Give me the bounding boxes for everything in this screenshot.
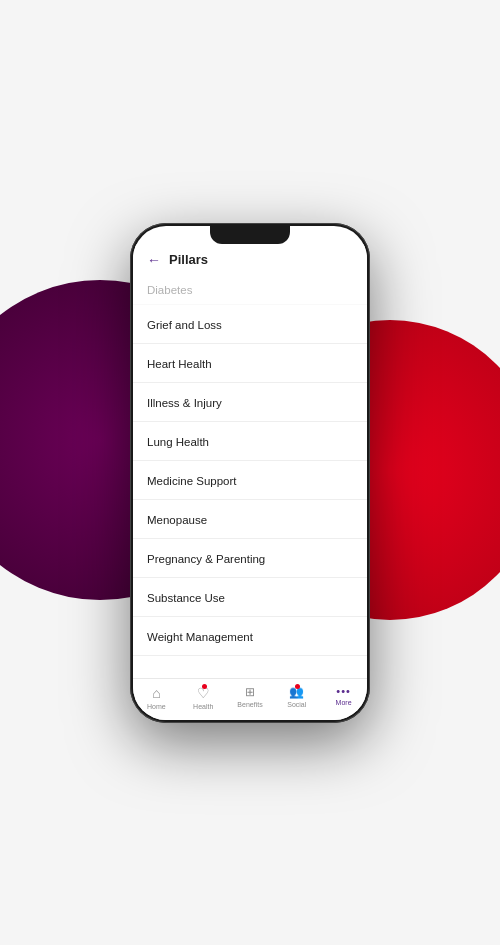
phone-wrapper: ← Pillars Diabetes Grief and Loss Heart … <box>130 223 370 723</box>
nav-label-benefits: Benefits <box>237 701 262 708</box>
item-label: Diabetes <box>147 284 192 296</box>
nav-label-home: Home <box>147 703 166 710</box>
bottom-nav: ⌂ Home ♡ Health ⊞ Benefits 👥 <box>133 678 367 720</box>
nav-label-health: Health <box>193 703 213 710</box>
item-label: Lung Health <box>147 436 209 448</box>
item-label: Heart Health <box>147 358 212 370</box>
more-icon: ••• <box>336 685 351 697</box>
item-label: Weight Management <box>147 631 253 643</box>
item-label: Grief and Loss <box>147 319 222 331</box>
nav-item-more[interactable]: ••• More <box>320 685 367 710</box>
nav-item-home[interactable]: ⌂ Home <box>133 685 180 710</box>
screen-content: ← Pillars Diabetes Grief and Loss Heart … <box>133 226 367 720</box>
item-label: Menopause <box>147 514 207 526</box>
nav-item-benefits[interactable]: ⊞ Benefits <box>227 685 274 710</box>
list-item[interactable]: Grief and Loss <box>133 305 367 344</box>
health-notification-dot <box>202 684 207 689</box>
header: ← Pillars <box>133 244 367 274</box>
phone-notch <box>210 226 290 244</box>
page-title: Pillars <box>169 252 208 267</box>
list-item[interactable]: Pregnancy & Parenting <box>133 539 367 578</box>
list-item[interactable]: Medicine Support <box>133 461 367 500</box>
list-item[interactable]: Weight Management <box>133 617 367 656</box>
list-item[interactable]: Lung Health <box>133 422 367 461</box>
list-item[interactable]: Menopause <box>133 500 367 539</box>
nav-label-social: Social <box>287 701 306 708</box>
nav-item-social[interactable]: 👥 Social <box>273 685 320 710</box>
item-label: Illness & Injury <box>147 397 222 409</box>
item-label: Substance Use <box>147 592 225 604</box>
list-item[interactable]: Heart Health <box>133 344 367 383</box>
pillars-list: Diabetes Grief and Loss Heart Health Ill… <box>133 274 367 678</box>
social-notification-dot <box>295 684 300 689</box>
nav-label-more: More <box>336 699 352 706</box>
phone-shell: ← Pillars Diabetes Grief and Loss Heart … <box>130 223 370 723</box>
phone-screen: ← Pillars Diabetes Grief and Loss Heart … <box>133 226 367 720</box>
list-item[interactable]: Substance Use <box>133 578 367 617</box>
back-button[interactable]: ← <box>147 252 161 268</box>
list-item[interactable]: Diabetes <box>133 274 367 305</box>
benefits-icon: ⊞ <box>245 685 255 699</box>
item-label: Medicine Support <box>147 475 237 487</box>
nav-item-health[interactable]: ♡ Health <box>180 685 227 710</box>
item-label: Pregnancy & Parenting <box>147 553 265 565</box>
home-icon: ⌂ <box>152 685 160 701</box>
list-item[interactable]: Illness & Injury <box>133 383 367 422</box>
